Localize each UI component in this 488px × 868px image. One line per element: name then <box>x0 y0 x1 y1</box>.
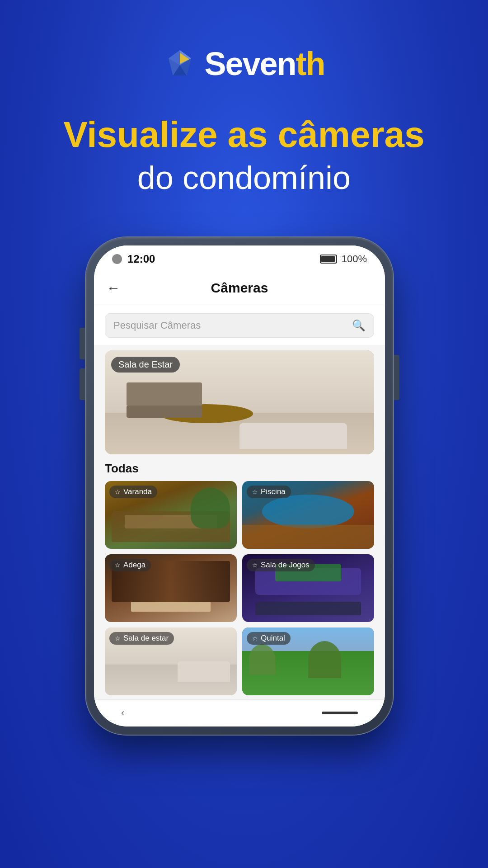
camera-thumb-piscina[interactable]: ☆ Piscina <box>242 481 374 549</box>
featured-camera[interactable]: Sala de Estar <box>105 350 374 454</box>
bottom-back-chevron[interactable]: ‹ <box>121 707 124 719</box>
logo: Seventh <box>163 45 324 82</box>
camera-dot <box>112 254 122 264</box>
star-icon-quintal: ☆ <box>252 635 258 642</box>
star-icon-adega: ☆ <box>115 561 121 569</box>
thumb-label-estar: ☆ Sala de estar <box>109 632 174 645</box>
status-time-area: 12:00 <box>112 253 155 265</box>
sofa-shape <box>239 423 347 449</box>
star-icon-estar: ☆ <box>115 635 121 642</box>
screen-title: Câmeras <box>211 280 268 296</box>
section-title: Todas <box>105 462 374 476</box>
featured-label: Sala de Estar <box>111 357 180 373</box>
logo-icon <box>163 49 197 79</box>
grid-section: Todas ☆ Vara <box>94 454 385 695</box>
phone-mockup: 12:00 100% ← Câmeras <box>86 237 402 735</box>
status-time-text: 12:00 <box>127 253 155 265</box>
search-input[interactable]: Pesquisar Câmeras <box>113 320 347 331</box>
star-icon-varanda: ☆ <box>115 488 121 495</box>
search-bar[interactable]: Pesquisar Câmeras 🔍 <box>105 313 374 338</box>
thumb-label-quintal: ☆ Quintal <box>247 632 291 645</box>
camera-thumb-adega[interactable]: ☆ Adega <box>105 554 237 622</box>
thumb-label-piscina: ☆ Piscina <box>247 486 291 498</box>
phone-bottom-bar: ‹ <box>94 699 385 726</box>
back-button[interactable]: ← <box>107 280 120 296</box>
brand-name: Seventh <box>204 45 324 82</box>
battery-fill <box>321 256 335 262</box>
star-icon-piscina: ☆ <box>252 488 258 495</box>
camera-grid: ☆ Varanda ☆ <box>105 481 374 695</box>
battery-icon <box>320 255 337 264</box>
headline-line2: do condomínio <box>63 159 424 197</box>
status-bar: 12:00 100% <box>94 245 385 273</box>
camera-thumb-quintal[interactable]: ☆ Quintal <box>242 627 374 695</box>
thumb-label-jogos: ☆ Sala de Jogos <box>247 559 315 571</box>
status-right: 100% <box>320 253 367 265</box>
camera-thumb-estar[interactable]: ☆ Sala de estar <box>105 627 237 695</box>
thumb-label-adega: ☆ Adega <box>109 559 151 571</box>
thumb-label-varanda: ☆ Varanda <box>109 486 157 498</box>
camera-thumb-jogos[interactable]: ☆ Sala de Jogos <box>242 554 374 622</box>
battery-percent: 100% <box>342 253 367 265</box>
search-icon: 🔍 <box>352 319 366 332</box>
headline: Visualize as câmeras do condomínio <box>63 114 424 197</box>
scroll-area: Sala de Estar Todas <box>94 345 385 699</box>
star-icon-jogos: ☆ <box>252 561 258 569</box>
phone-frame: 12:00 100% ← Câmeras <box>86 237 393 735</box>
search-container: Pesquisar Câmeras 🔍 <box>94 304 385 345</box>
battery-body <box>320 255 337 264</box>
phone-screen: 12:00 100% ← Câmeras <box>94 245 385 726</box>
app-header: ← Câmeras <box>94 273 385 304</box>
camera-thumb-varanda[interactable]: ☆ Varanda <box>105 481 237 549</box>
home-indicator[interactable] <box>322 712 358 714</box>
headline-line1: Visualize as câmeras <box>63 114 424 156</box>
